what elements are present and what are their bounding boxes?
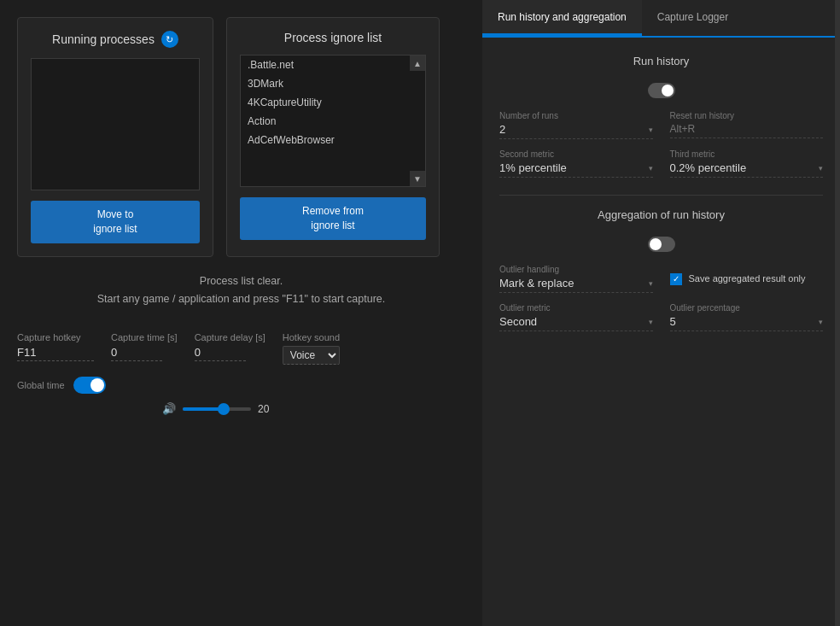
second-metric-group: Second metric 1% percentile ▾: [499, 149, 653, 178]
ignore-item-action[interactable]: Action: [241, 112, 425, 131]
delay-input[interactable]: [195, 346, 246, 361]
right-scrollbar[interactable]: [835, 0, 840, 626]
ignore-list-box: ▲ .Battle.net 3DMark 4KCaptureUtility Ac…: [240, 55, 426, 187]
global-time-row: Global time: [17, 377, 465, 394]
ignore-item-4kcapture[interactable]: 4KCaptureUtility: [241, 93, 425, 112]
reset-value-row: Alt+R: [670, 123, 824, 138]
number-of-runs-label: Number of runs: [499, 111, 653, 120]
tab-capture-logger-label: Capture Logger: [657, 11, 728, 23]
outlier-handling-chevron: ▾: [649, 279, 653, 288]
run-history-metrics: Number of runs 2 ▾ Reset run history Alt…: [499, 111, 823, 178]
volume-slider[interactable]: [183, 407, 251, 411]
status-line1: Process list clear.: [17, 272, 465, 290]
capture-time-group: Capture time [s]: [111, 332, 178, 361]
third-metric-chevron: ▾: [819, 164, 823, 173]
outlier-percentage-group: Outlier percentage 5 ▾: [670, 303, 824, 331]
save-aggregated-row: ✓ Save aggregated result only: [670, 272, 824, 285]
second-metric-row: 1% percentile ▾: [499, 161, 653, 178]
left-area: Running processes ↻ Move toignore list P…: [0, 0, 482, 626]
run-history-header: Run history: [499, 55, 823, 67]
outlier-handling-label: Outlier handling: [499, 265, 653, 274]
running-processes-list: [31, 58, 200, 190]
tab-run-history-label: Run history and aggregation: [498, 11, 627, 23]
outlier-metric-label: Outlier metric: [499, 303, 653, 313]
outlier-handling-group: Outlier handling Mark & replace ▾: [499, 265, 653, 293]
third-metric-label: Third metric: [670, 149, 824, 159]
outlier-handling-row: Mark & replace ▾: [499, 277, 653, 293]
refresh-button[interactable]: ↻: [161, 31, 178, 48]
number-of-runs-group: Number of runs 2 ▾: [499, 111, 653, 139]
number-of-runs-chevron: ▾: [649, 126, 653, 134]
scroll-up-button[interactable]: ▲: [410, 56, 425, 71]
save-aggregated-label: Save aggregated result only: [689, 272, 806, 285]
save-aggregated-group: ✓ Save aggregated result only: [670, 265, 824, 293]
move-to-ignore-button[interactable]: Move toignore list: [31, 201, 200, 243]
second-metric-value: 1% percentile: [499, 161, 645, 174]
remove-from-ignore-button[interactable]: Remove fromignore list: [240, 197, 426, 240]
scroll-down-button[interactable]: ▼: [410, 171, 425, 186]
reset-label: Reset run history: [670, 111, 824, 120]
ignore-item-battle-net[interactable]: .Battle.net: [241, 56, 425, 74]
global-time-label: Global time: [17, 380, 65, 390]
third-metric-value: 0.2% percentile: [670, 161, 816, 174]
capture-hotkey-group: Capture hotkey: [17, 332, 94, 361]
third-metric-row: 0.2% percentile ▾: [670, 161, 824, 178]
volume-value: 20: [258, 403, 269, 415]
outlier-metric-value: Second: [499, 315, 645, 328]
number-of-runs-value: 2: [499, 123, 645, 136]
run-history-toggle[interactable]: [648, 83, 675, 98]
ignore-item-adcef[interactable]: AdCefWebBrowser: [241, 131, 425, 149]
outlier-percentage-row: 5 ▾: [670, 315, 824, 331]
global-time-toggle-knob: [90, 378, 104, 392]
running-processes-title: Running processes ↻: [31, 31, 200, 48]
volume-knob[interactable]: [218, 403, 230, 415]
hotkey-sound-label: Hotkey sound: [283, 332, 340, 342]
ignore-item-3dmark[interactable]: 3DMark: [241, 74, 425, 93]
third-metric-group: Third metric 0.2% percentile ▾: [670, 149, 824, 178]
ignore-list-panel: Process ignore list ▲ .Battle.net 3DMark…: [226, 17, 440, 257]
ignore-list-label: Process ignore list: [284, 31, 382, 44]
save-aggregated-checkbox[interactable]: ✓: [670, 273, 682, 285]
time-label: Capture time [s]: [111, 332, 178, 342]
capture-settings-row: Capture hotkey Capture time [s] Capture …: [17, 332, 465, 365]
outlier-metric-row: Second ▾: [499, 315, 653, 331]
tab-run-history[interactable]: Run history and aggregation: [482, 0, 642, 36]
outlier-percentage-label: Outlier percentage: [670, 303, 824, 313]
time-input[interactable]: [111, 346, 162, 361]
ignore-list-title: Process ignore list: [240, 31, 426, 44]
number-of-runs-row: 2 ▾: [499, 123, 653, 139]
hotkey-sound-group: Hotkey sound Voice Beep None: [283, 332, 340, 365]
panels-row: Running processes ↻ Move toignore list P…: [17, 17, 465, 257]
outlier-percentage-value: 5: [670, 315, 816, 328]
status-text: Process list clear. Start any game / app…: [17, 272, 465, 309]
outlier-percentage-chevron: ▾: [819, 318, 823, 326]
tab-capture-logger[interactable]: Capture Logger: [642, 0, 744, 36]
hotkey-input[interactable]: [17, 346, 94, 361]
hotkey-sound-select[interactable]: Voice Beep None: [283, 346, 340, 365]
status-line2: Start any game / application and press "…: [17, 290, 465, 308]
hotkey-label: Capture hotkey: [17, 332, 94, 342]
outlier-metric-group: Outlier metric Second ▾: [499, 303, 653, 331]
volume-icon: 🔊: [162, 402, 176, 415]
aggregation-toggle-knob: [650, 238, 662, 250]
delay-label: Capture delay [s]: [195, 332, 265, 342]
aggregation-title: Aggregation of run history: [598, 208, 725, 221]
second-metric-label: Second metric: [499, 149, 653, 159]
reset-run-history-group: Reset run history Alt+R: [670, 111, 824, 139]
top-tabs: Run history and aggregation Capture Logg…: [482, 0, 840, 38]
checkmark-icon: ✓: [673, 274, 680, 284]
outlier-metric-chevron: ▾: [649, 318, 653, 326]
section-divider: [499, 195, 823, 196]
reset-value: Alt+R: [670, 123, 824, 135]
aggregation-section: Aggregation of run history Outlier handl…: [499, 208, 823, 331]
second-metric-chevron: ▾: [649, 164, 653, 173]
aggregation-toggle[interactable]: [648, 237, 675, 252]
running-processes-label: Running processes: [52, 32, 155, 46]
capture-delay-group: Capture delay [s]: [195, 332, 265, 361]
refresh-icon: ↻: [166, 34, 173, 45]
running-processes-panel: Running processes ↻ Move toignore list: [17, 17, 213, 257]
run-history-title: Run history: [633, 55, 690, 67]
global-time-toggle[interactable]: [73, 377, 106, 394]
volume-row: 🔊 20: [162, 402, 465, 415]
right-panel: Run history Number of runs 2 ▾ Reset run…: [482, 38, 840, 626]
